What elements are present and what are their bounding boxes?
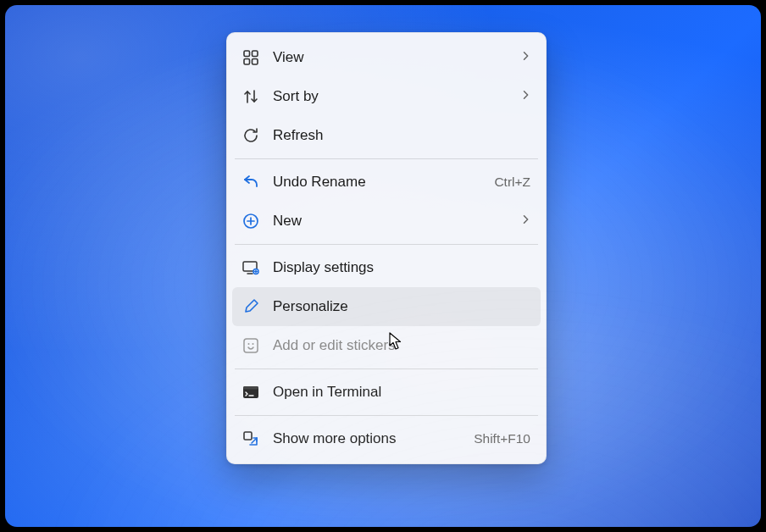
view-icon: [241, 47, 261, 68]
chevron-right-icon: [522, 49, 530, 66]
personalize-icon: [241, 296, 261, 317]
svg-rect-10: [243, 386, 258, 398]
mouse-cursor: [389, 332, 404, 351]
show-more-icon: [241, 429, 261, 449]
svg-rect-11: [243, 386, 258, 390]
menu-item-label: Open in Terminal: [273, 384, 530, 401]
svg-point-8: [248, 343, 250, 345]
menu-item-label: Add or edit stickers: [273, 337, 530, 354]
svg-point-4: [244, 214, 258, 228]
chevron-right-icon: [522, 213, 530, 230]
sort-icon: [241, 86, 261, 107]
menu-separator: [235, 158, 538, 159]
svg-rect-5: [243, 262, 257, 271]
menu-item-refresh[interactable]: Refresh: [232, 116, 541, 155]
menu-item-label: Undo Rename: [273, 174, 482, 191]
svg-point-9: [253, 343, 254, 345]
undo-icon: [241, 172, 261, 192]
menu-item-stickers: Add or edit stickers: [232, 326, 541, 365]
new-icon: [241, 211, 261, 231]
desktop-context-menu: View Sort by: [226, 32, 547, 464]
menu-item-label: Show more options: [273, 430, 462, 447]
refresh-icon: [241, 125, 261, 146]
menu-item-open-terminal[interactable]: Open in Terminal: [232, 373, 541, 412]
menu-item-new[interactable]: New: [232, 202, 541, 241]
chevron-right-icon: [522, 88, 530, 105]
svg-rect-2: [244, 59, 250, 65]
svg-rect-0: [244, 51, 250, 57]
menu-item-show-more[interactable]: Show more options Shift+F10: [232, 419, 541, 458]
menu-separator: [235, 415, 538, 416]
menu-separator: [235, 369, 538, 369]
menu-item-label: View: [273, 49, 510, 66]
menu-item-label: Sort by: [273, 88, 510, 105]
svg-rect-12: [244, 432, 252, 440]
menu-item-display-settings[interactable]: Display settings: [232, 248, 541, 287]
stickers-icon: [241, 335, 261, 356]
desktop-wallpaper[interactable]: View Sort by: [5, 5, 761, 527]
menu-separator: [235, 244, 538, 245]
menu-item-personalize[interactable]: Personalize: [232, 287, 541, 326]
menu-item-label: Personalize: [273, 298, 530, 315]
menu-item-label: Display settings: [273, 259, 530, 276]
menu-item-shortcut: Shift+F10: [474, 431, 530, 446]
svg-rect-1: [253, 51, 258, 57]
svg-point-6: [253, 269, 258, 274]
svg-rect-7: [244, 339, 258, 352]
menu-item-sort-by[interactable]: Sort by: [232, 77, 541, 116]
menu-item-shortcut: Ctrl+Z: [494, 175, 530, 190]
menu-item-undo-rename[interactable]: Undo Rename Ctrl+Z: [232, 163, 541, 202]
menu-item-view[interactable]: View: [232, 38, 541, 77]
display-settings-icon: [241, 258, 261, 278]
menu-item-label: New: [273, 213, 510, 230]
svg-rect-3: [253, 59, 258, 65]
terminal-icon: [241, 382, 261, 402]
menu-item-label: Refresh: [273, 127, 530, 144]
